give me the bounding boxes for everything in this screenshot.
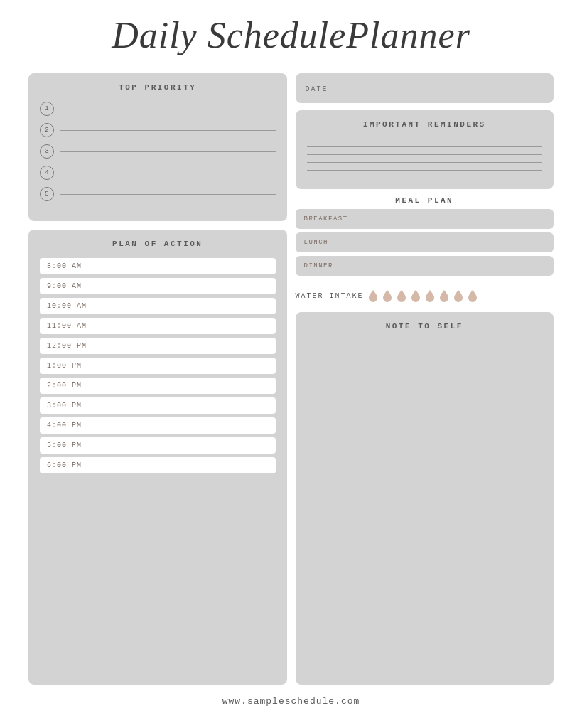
date-label: DATE xyxy=(306,85,328,93)
time-slot-600pm: 6:00 PM xyxy=(40,457,276,473)
main-grid: TOP PRIORITY 1 2 3 4 5 xyxy=(28,73,554,685)
priority-item-4: 4 xyxy=(40,166,276,180)
time-slot-900am: 9:00 AM xyxy=(40,278,276,294)
time-slot-100pm: 1:00 PM xyxy=(40,358,276,374)
priority-item-1: 1 xyxy=(40,102,276,116)
priority-line-5 xyxy=(60,194,276,195)
priority-item-3: 3 xyxy=(40,144,276,159)
footer-url: www.sampleschedule.com xyxy=(222,696,360,707)
water-drop-3 xyxy=(397,289,406,302)
meal-plan-title: MEAL PLAN xyxy=(296,196,554,205)
dinner-slot: DINNER xyxy=(296,256,554,276)
priority-circle-5: 5 xyxy=(40,187,54,201)
left-column: TOP PRIORITY 1 2 3 4 5 xyxy=(28,73,287,685)
time-slot-1200pm: 12:00 PM xyxy=(40,338,276,354)
water-drop-4 xyxy=(411,289,421,302)
reminders-box: IMPORTANT REMINDERS xyxy=(296,110,554,189)
reminder-line-5 xyxy=(307,170,543,171)
water-drop-2 xyxy=(382,289,392,302)
note-to-self-title: NOTE TO SELF xyxy=(307,322,543,331)
date-box: DATE xyxy=(296,73,554,103)
time-slot-500pm: 5:00 PM xyxy=(40,437,276,454)
priority-line-1 xyxy=(60,109,276,109)
water-intake-row: WATER INTAKE xyxy=(296,287,554,305)
water-drop-7 xyxy=(453,289,463,302)
water-drop-8 xyxy=(468,289,478,302)
right-column: DATE IMPORTANT REMINDERS MEAL PLAN BREAK… xyxy=(296,73,554,685)
water-intake-label: WATER INTAKE xyxy=(296,292,364,300)
page-title: Daily SchedulePlanner xyxy=(112,14,470,56)
top-priority-title: TOP PRIORITY xyxy=(40,83,276,92)
time-slot-800am: 8:00 AM xyxy=(40,258,276,274)
reminder-line-1 xyxy=(307,139,543,139)
time-slot-400pm: 4:00 PM xyxy=(40,417,276,434)
time-slot-300pm: 3:00 PM xyxy=(40,397,276,414)
reminder-line-4 xyxy=(307,162,543,163)
priority-item-5: 5 xyxy=(40,187,276,201)
priority-line-2 xyxy=(60,130,276,131)
time-slot-1100am: 11:00 AM xyxy=(40,318,276,334)
priority-circle-1: 1 xyxy=(40,102,54,116)
top-priority-box: TOP PRIORITY 1 2 3 4 5 xyxy=(28,73,287,221)
priority-item-2: 2 xyxy=(40,123,276,137)
lunch-slot: LUNCH xyxy=(296,232,554,252)
water-drop-1 xyxy=(368,289,378,302)
reminder-line-3 xyxy=(307,154,543,155)
reminder-line-2 xyxy=(307,146,543,147)
water-drop-6 xyxy=(439,289,449,302)
plan-of-action-box: PLAN OF ACTION 8:00 AM 9:00 AM 10:00 AM … xyxy=(28,230,287,685)
reminders-title: IMPORTANT REMINDERS xyxy=(307,120,543,129)
priority-circle-4: 4 xyxy=(40,166,54,180)
breakfast-slot: BREAKFAST xyxy=(296,209,554,229)
time-slot-200pm: 2:00 PM xyxy=(40,378,276,394)
time-slot-1000am: 10:00 AM xyxy=(40,298,276,314)
priority-line-4 xyxy=(60,173,276,173)
plan-of-action-title: PLAN OF ACTION xyxy=(40,240,276,248)
meal-plan-section: MEAL PLAN BREAKFAST LUNCH DINNER xyxy=(296,196,554,279)
water-drop-5 xyxy=(425,289,435,302)
priority-circle-3: 3 xyxy=(40,144,54,159)
note-to-self-box: NOTE TO SELF xyxy=(296,312,554,685)
priority-line-3 xyxy=(60,151,276,152)
priority-circle-2: 2 xyxy=(40,123,54,137)
